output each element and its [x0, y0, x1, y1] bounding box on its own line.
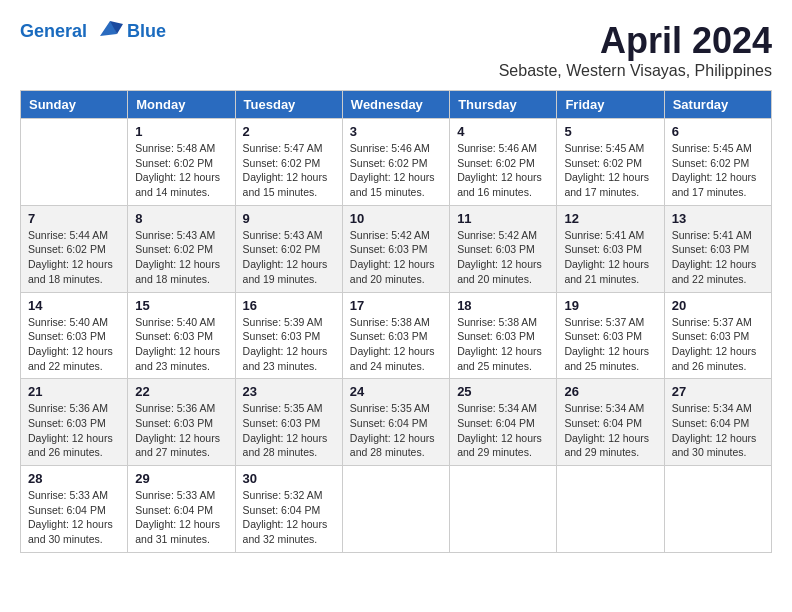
day-info: Sunrise: 5:45 AMSunset: 6:02 PMDaylight:…	[564, 141, 656, 200]
day-number: 13	[672, 211, 764, 226]
day-number: 22	[135, 384, 227, 399]
day-info: Sunrise: 5:34 AMSunset: 6:04 PMDaylight:…	[672, 401, 764, 460]
table-row: 25Sunrise: 5:34 AMSunset: 6:04 PMDayligh…	[450, 379, 557, 466]
table-row: 23Sunrise: 5:35 AMSunset: 6:03 PMDayligh…	[235, 379, 342, 466]
day-info: Sunrise: 5:48 AMSunset: 6:02 PMDaylight:…	[135, 141, 227, 200]
day-number: 4	[457, 124, 549, 139]
day-number: 28	[28, 471, 120, 486]
logo-text-block: General Blue	[20, 20, 166, 44]
day-number: 21	[28, 384, 120, 399]
day-info: Sunrise: 5:45 AMSunset: 6:02 PMDaylight:…	[672, 141, 764, 200]
day-number: 14	[28, 298, 120, 313]
day-info: Sunrise: 5:35 AMSunset: 6:04 PMDaylight:…	[350, 401, 442, 460]
day-info: Sunrise: 5:33 AMSunset: 6:04 PMDaylight:…	[28, 488, 120, 547]
header: General Blue April 2024 Sebaste, Western…	[20, 20, 772, 80]
col-wednesday: Wednesday	[342, 91, 449, 119]
logo-general: General	[20, 21, 87, 41]
day-number: 30	[243, 471, 335, 486]
col-friday: Friday	[557, 91, 664, 119]
day-info: Sunrise: 5:44 AMSunset: 6:02 PMDaylight:…	[28, 228, 120, 287]
table-row: 18Sunrise: 5:38 AMSunset: 6:03 PMDayligh…	[450, 292, 557, 379]
table-row: 22Sunrise: 5:36 AMSunset: 6:03 PMDayligh…	[128, 379, 235, 466]
day-number: 23	[243, 384, 335, 399]
table-row: 1Sunrise: 5:48 AMSunset: 6:02 PMDaylight…	[128, 119, 235, 206]
month-title: April 2024	[499, 20, 772, 62]
table-row: 29Sunrise: 5:33 AMSunset: 6:04 PMDayligh…	[128, 466, 235, 553]
day-info: Sunrise: 5:36 AMSunset: 6:03 PMDaylight:…	[135, 401, 227, 460]
table-row: 16Sunrise: 5:39 AMSunset: 6:03 PMDayligh…	[235, 292, 342, 379]
table-row: 6Sunrise: 5:45 AMSunset: 6:02 PMDaylight…	[664, 119, 771, 206]
table-row: 28Sunrise: 5:33 AMSunset: 6:04 PMDayligh…	[21, 466, 128, 553]
day-number: 12	[564, 211, 656, 226]
calendar-week-row: 28Sunrise: 5:33 AMSunset: 6:04 PMDayligh…	[21, 466, 772, 553]
table-row: 3Sunrise: 5:46 AMSunset: 6:02 PMDaylight…	[342, 119, 449, 206]
day-number: 24	[350, 384, 442, 399]
calendar-week-row: 21Sunrise: 5:36 AMSunset: 6:03 PMDayligh…	[21, 379, 772, 466]
page-container: General Blue April 2024 Sebaste, Western…	[20, 20, 772, 553]
table-row	[450, 466, 557, 553]
logo-bird-icon	[95, 16, 125, 44]
table-row: 14Sunrise: 5:40 AMSunset: 6:03 PMDayligh…	[21, 292, 128, 379]
day-number: 15	[135, 298, 227, 313]
col-thursday: Thursday	[450, 91, 557, 119]
day-number: 18	[457, 298, 549, 313]
calendar-week-row: 14Sunrise: 5:40 AMSunset: 6:03 PMDayligh…	[21, 292, 772, 379]
day-number: 11	[457, 211, 549, 226]
logo-blue: Blue	[127, 22, 166, 42]
table-row	[342, 466, 449, 553]
day-info: Sunrise: 5:37 AMSunset: 6:03 PMDaylight:…	[672, 315, 764, 374]
table-row: 11Sunrise: 5:42 AMSunset: 6:03 PMDayligh…	[450, 205, 557, 292]
table-row: 24Sunrise: 5:35 AMSunset: 6:04 PMDayligh…	[342, 379, 449, 466]
day-info: Sunrise: 5:38 AMSunset: 6:03 PMDaylight:…	[350, 315, 442, 374]
table-row: 5Sunrise: 5:45 AMSunset: 6:02 PMDaylight…	[557, 119, 664, 206]
day-number: 19	[564, 298, 656, 313]
day-info: Sunrise: 5:42 AMSunset: 6:03 PMDaylight:…	[457, 228, 549, 287]
day-info: Sunrise: 5:46 AMSunset: 6:02 PMDaylight:…	[350, 141, 442, 200]
calendar-header-row: Sunday Monday Tuesday Wednesday Thursday…	[21, 91, 772, 119]
table-row: 9Sunrise: 5:43 AMSunset: 6:02 PMDaylight…	[235, 205, 342, 292]
day-info: Sunrise: 5:34 AMSunset: 6:04 PMDaylight:…	[457, 401, 549, 460]
table-row: 7Sunrise: 5:44 AMSunset: 6:02 PMDaylight…	[21, 205, 128, 292]
day-info: Sunrise: 5:35 AMSunset: 6:03 PMDaylight:…	[243, 401, 335, 460]
table-row: 21Sunrise: 5:36 AMSunset: 6:03 PMDayligh…	[21, 379, 128, 466]
day-number: 3	[350, 124, 442, 139]
day-number: 20	[672, 298, 764, 313]
table-row: 10Sunrise: 5:42 AMSunset: 6:03 PMDayligh…	[342, 205, 449, 292]
day-info: Sunrise: 5:42 AMSunset: 6:03 PMDaylight:…	[350, 228, 442, 287]
col-monday: Monday	[128, 91, 235, 119]
day-number: 6	[672, 124, 764, 139]
table-row: 8Sunrise: 5:43 AMSunset: 6:02 PMDaylight…	[128, 205, 235, 292]
col-tuesday: Tuesday	[235, 91, 342, 119]
day-info: Sunrise: 5:36 AMSunset: 6:03 PMDaylight:…	[28, 401, 120, 460]
col-saturday: Saturday	[664, 91, 771, 119]
day-number: 27	[672, 384, 764, 399]
day-info: Sunrise: 5:43 AMSunset: 6:02 PMDaylight:…	[135, 228, 227, 287]
day-info: Sunrise: 5:41 AMSunset: 6:03 PMDaylight:…	[564, 228, 656, 287]
table-row: 12Sunrise: 5:41 AMSunset: 6:03 PMDayligh…	[557, 205, 664, 292]
day-number: 16	[243, 298, 335, 313]
day-info: Sunrise: 5:32 AMSunset: 6:04 PMDaylight:…	[243, 488, 335, 547]
day-info: Sunrise: 5:46 AMSunset: 6:02 PMDaylight:…	[457, 141, 549, 200]
day-number: 5	[564, 124, 656, 139]
day-info: Sunrise: 5:43 AMSunset: 6:02 PMDaylight:…	[243, 228, 335, 287]
table-row: 27Sunrise: 5:34 AMSunset: 6:04 PMDayligh…	[664, 379, 771, 466]
day-number: 17	[350, 298, 442, 313]
day-info: Sunrise: 5:37 AMSunset: 6:03 PMDaylight:…	[564, 315, 656, 374]
calendar-week-row: 1Sunrise: 5:48 AMSunset: 6:02 PMDaylight…	[21, 119, 772, 206]
calendar-week-row: 7Sunrise: 5:44 AMSunset: 6:02 PMDaylight…	[21, 205, 772, 292]
title-block: April 2024 Sebaste, Western Visayas, Phi…	[499, 20, 772, 80]
day-number: 2	[243, 124, 335, 139]
table-row	[21, 119, 128, 206]
day-info: Sunrise: 5:47 AMSunset: 6:02 PMDaylight:…	[243, 141, 335, 200]
table-row	[664, 466, 771, 553]
day-number: 1	[135, 124, 227, 139]
day-number: 10	[350, 211, 442, 226]
col-sunday: Sunday	[21, 91, 128, 119]
table-row: 30Sunrise: 5:32 AMSunset: 6:04 PMDayligh…	[235, 466, 342, 553]
table-row: 15Sunrise: 5:40 AMSunset: 6:03 PMDayligh…	[128, 292, 235, 379]
day-info: Sunrise: 5:39 AMSunset: 6:03 PMDaylight:…	[243, 315, 335, 374]
day-number: 25	[457, 384, 549, 399]
day-info: Sunrise: 5:40 AMSunset: 6:03 PMDaylight:…	[28, 315, 120, 374]
table-row	[557, 466, 664, 553]
calendar-table: Sunday Monday Tuesday Wednesday Thursday…	[20, 90, 772, 553]
